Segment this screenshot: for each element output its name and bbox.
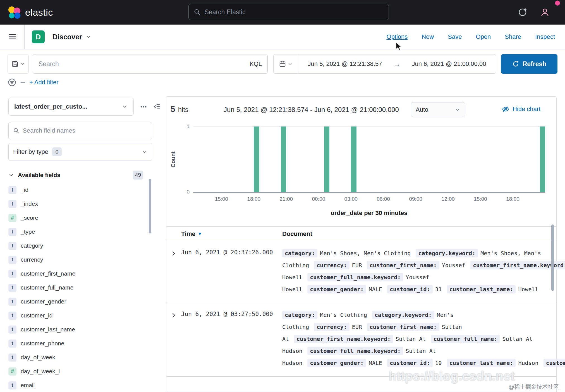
doc-field-value: Hudson: [518, 360, 538, 366]
search-icon: [194, 8, 201, 16]
field-item-day_of_week[interactable]: tday_of_week: [8, 350, 161, 364]
field-item-customer_full_name[interactable]: tcustomer_full_name: [8, 281, 161, 295]
doc-field-value: EUR: [352, 324, 362, 330]
document-time-cell: Jun 6, 2021 @ 20:37:26.000: [181, 247, 282, 295]
filter-by-type-label: Filter by type: [13, 148, 48, 156]
hide-chart-label: Hide chart: [513, 106, 540, 113]
field-item-customer_gender[interactable]: tcustomer_gender: [8, 295, 161, 309]
expand-row-button[interactable]: [166, 247, 181, 295]
calendar-button[interactable]: [274, 54, 298, 73]
field-name: day_of_week: [21, 354, 55, 361]
text-field-icon: t: [8, 298, 16, 306]
page-title: Discover: [52, 33, 82, 41]
app-title-menu[interactable]: Discover: [52, 33, 92, 41]
field-name: customer_last_name: [21, 326, 75, 333]
time-column-label: Time: [181, 230, 195, 238]
refresh-icon: [512, 61, 519, 67]
text-field-icon: t: [8, 353, 16, 362]
hits-count: 5hits: [171, 104, 188, 114]
cluster-icon[interactable]: [518, 7, 528, 17]
discover-app: elastic D Discover OptionsNewSaveOpenSha…: [0, 0, 565, 392]
x-axis-tick-label: 15:00: [474, 196, 487, 202]
table-scrollbar-thumb[interactable]: [551, 224, 554, 291]
doc-field-name-badge: currency:: [314, 323, 349, 331]
elastic-home-link[interactable]: elastic: [8, 6, 53, 19]
doc-field-value: MALE: [369, 360, 382, 366]
document-rows: Jun 6, 2021 @ 20:37:26.000category:Men's…: [166, 241, 556, 377]
field-item-_id[interactable]: t_id: [8, 183, 161, 197]
text-field-icon: t: [8, 228, 16, 236]
field-item-customer_last_name[interactable]: tcustomer_last_name: [8, 322, 161, 336]
field-item-day_of_week_i[interactable]: #day_of_week_i: [8, 364, 161, 378]
field-item-customer_phone[interactable]: tcustomer_phone: [8, 336, 161, 350]
field-item-category[interactable]: tcategory: [8, 239, 161, 253]
date-range-start[interactable]: Jun 5, 2021 @ 12:21:38.57: [298, 60, 392, 68]
query-language-button[interactable]: KQL: [246, 60, 262, 68]
nav-link-share[interactable]: Share: [505, 33, 521, 40]
x-axis-ticks: 15:0018:0021:0000:0003:0006:0009:0012:00…: [193, 196, 545, 203]
filter-icon[interactable]: [8, 78, 16, 87]
field-item-_type[interactable]: t_type: [8, 225, 161, 239]
x-axis-tick-label: 09:00: [409, 196, 422, 202]
field-item-email[interactable]: temail: [8, 378, 161, 392]
index-pattern-select[interactable]: latest_order_per_custo...: [8, 98, 134, 116]
boxes-horizontal-icon[interactable]: [140, 103, 147, 110]
histogram-bar[interactable]: [324, 126, 329, 192]
text-field-icon: t: [8, 381, 16, 389]
collapse-sidebar-icon[interactable]: [153, 103, 161, 110]
field-search-input[interactable]: [23, 127, 147, 134]
field-item-currency[interactable]: tcurrency: [8, 253, 161, 267]
chevron-down-icon: [288, 61, 293, 66]
chevron-down-icon: [85, 34, 92, 40]
doc-field-name-badge: customer_first_name:: [367, 323, 439, 331]
filter-by-type-count-badge: 0: [52, 147, 62, 156]
sidebar-scrollbar-thumb[interactable]: [149, 179, 151, 233]
global-search-input[interactable]: [205, 8, 384, 16]
field-item-customer_first_name[interactable]: tcustomer_first_name: [8, 267, 161, 281]
histogram-interval-select[interactable]: Auto: [411, 102, 465, 117]
histogram-bar[interactable]: [351, 126, 356, 192]
results-panel: 5hits Jun 5, 2021 @ 12:21:38.574 - Jun 6…: [166, 96, 557, 392]
field-item-customer_id[interactable]: tcustomer_id: [8, 309, 161, 322]
filter-by-type-button[interactable]: Filter by type 0: [8, 143, 152, 161]
hide-chart-button[interactable]: Hide chart: [502, 106, 540, 113]
available-fields-header[interactable]: Available fields 49: [8, 171, 152, 180]
histogram-bar[interactable]: [254, 126, 259, 192]
histogram-bar[interactable]: [281, 126, 286, 192]
user-avatar-icon[interactable]: [540, 7, 550, 17]
field-item-_score[interactable]: #_score: [8, 211, 161, 225]
index-pattern-name: latest_order_per_custo...: [14, 103, 87, 110]
nav-link-save[interactable]: Save: [448, 33, 462, 40]
x-axis-tick-label: 18:00: [247, 196, 261, 202]
nav-link-options[interactable]: Options: [387, 33, 408, 40]
add-filter-button[interactable]: + Add filter: [29, 79, 59, 86]
nav-link-inspect[interactable]: Inspect: [535, 33, 555, 40]
field-name: day_of_week_i: [21, 368, 60, 375]
date-range-end[interactable]: Jun 6, 2021 @ 21:00:00.00: [402, 60, 496, 68]
sort-desc-icon: ▼: [198, 231, 202, 236]
expand-row-button[interactable]: [166, 309, 181, 369]
query-bar: KQL Jun 5, 2021 @ 12:21:38.57 → Jun 6, 2…: [8, 54, 557, 74]
field-search-box[interactable]: [8, 122, 152, 139]
time-range-text: Jun 5, 2021 @ 12:21:38.574 - Jun 6, 2021…: [208, 106, 415, 114]
doc-field-name-badge: customer_last_name:: [447, 359, 516, 367]
hamburger-menu-button[interactable]: [0, 25, 25, 49]
time-column-header[interactable]: Time ▼: [181, 230, 282, 238]
doc-field-name-badge: currency:: [314, 261, 349, 269]
doc-field-name-badge: customer_id:: [387, 285, 433, 293]
saved-query-button[interactable]: [8, 54, 29, 74]
nav-link-open[interactable]: Open: [476, 33, 491, 40]
doc-field-name-badge: customer_full_name.keyword:: [307, 347, 403, 355]
doc-field-name-badge: customer_first_name.keyword:: [470, 261, 565, 269]
global-search-box[interactable]: [188, 4, 389, 20]
nav-link-new[interactable]: New: [422, 33, 434, 40]
x-axis-tick-label: 21:00: [280, 196, 293, 202]
query-search-input[interactable]: [39, 60, 244, 68]
x-axis-tick-label: 00:00: [312, 196, 325, 202]
top-menu-links: OptionsNewSaveOpenShareInspect: [387, 33, 565, 40]
field-item-_index[interactable]: t_index: [8, 197, 161, 211]
histogram-bar[interactable]: [540, 126, 545, 192]
documents-table: Time ▼ Document Jun 6, 2021 @ 20:37:26.0…: [166, 226, 556, 377]
refresh-button[interactable]: Refresh: [501, 54, 557, 74]
table-header: Time ▼ Document: [166, 226, 556, 241]
